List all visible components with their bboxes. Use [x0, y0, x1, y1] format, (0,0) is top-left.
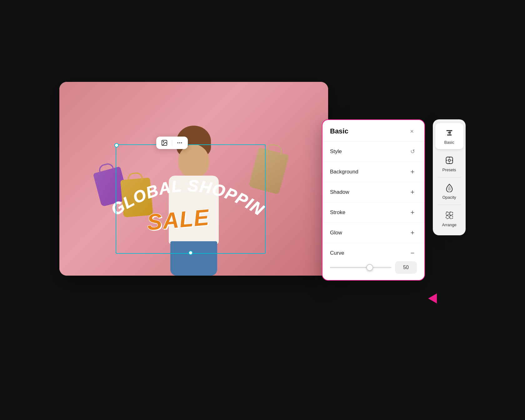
- scene: GLOBAL SHOPPIN SALE ↻: [59, 69, 466, 351]
- panel-header: Basic ×: [322, 120, 424, 142]
- svg-point-5: [181, 142, 182, 143]
- sidebar-item-opacity[interactable]: Opacity: [435, 178, 463, 204]
- svg-point-2: [163, 141, 164, 142]
- sidebar-divider-1: [438, 150, 461, 150]
- basic-panel: Basic × Style ↺ Background + Shadow: [322, 119, 425, 281]
- arrange-label: Arrange: [442, 222, 456, 227]
- svg-rect-9: [446, 212, 449, 215]
- panel-row-style[interactable]: Style ↺: [322, 142, 424, 162]
- basic-icon: T: [444, 128, 455, 138]
- panel-row-stroke[interactable]: Stroke +: [322, 202, 424, 223]
- more-options-icon[interactable]: [175, 138, 184, 147]
- curve-row-header: Curve −: [330, 249, 417, 258]
- background-label: Background: [330, 169, 358, 175]
- sidebar-divider-2: [438, 177, 461, 178]
- panel-body: Style ↺ Background + Shadow +: [322, 142, 424, 280]
- svg-point-4: [179, 142, 180, 143]
- sidebar-item-arrange[interactable]: Arrange: [435, 206, 463, 232]
- panel-row-curve: Curve − 50: [322, 243, 424, 280]
- curve-minus-icon[interactable]: −: [408, 249, 417, 258]
- slider-track[interactable]: [330, 267, 391, 268]
- panel-row-shadow[interactable]: Shadow +: [322, 182, 424, 202]
- curve-value-display: 50: [395, 261, 417, 274]
- basic-label: Basic: [444, 140, 454, 145]
- toolbar-divider: [172, 140, 172, 146]
- canvas-card: GLOBAL SHOPPIN SALE ↻: [59, 82, 328, 276]
- svg-rect-10: [450, 212, 452, 215]
- presets-icon: [444, 155, 455, 166]
- stroke-add-icon[interactable]: +: [408, 208, 417, 217]
- opacity-icon: [444, 182, 455, 193]
- canvas-background: GLOBAL SHOPPIN SALE ↻: [59, 82, 328, 276]
- opacity-label: Opacity: [442, 195, 456, 200]
- svg-point-3: [178, 142, 178, 143]
- right-sidebar: T Basic Presets: [433, 119, 466, 235]
- element-toolbar: [156, 137, 188, 149]
- slider-thumb[interactable]: [366, 264, 373, 271]
- shadow-add-icon[interactable]: +: [408, 188, 417, 197]
- image-icon[interactable]: [160, 138, 169, 147]
- sidebar-item-presets[interactable]: Presets: [435, 151, 463, 177]
- cursor-arrow-shape: [428, 291, 441, 303]
- close-button[interactable]: ×: [407, 126, 417, 136]
- style-reset-icon[interactable]: ↺: [408, 147, 417, 156]
- shadow-label: Shadow: [330, 189, 349, 195]
- glow-label: Glow: [330, 230, 342, 236]
- stroke-label: Stroke: [330, 209, 345, 216]
- panel-row-background[interactable]: Background +: [322, 162, 424, 182]
- curve-slider-container: 50: [330, 261, 417, 274]
- svg-rect-12: [450, 216, 452, 218]
- sidebar-divider-3: [438, 205, 461, 205]
- background-add-icon[interactable]: +: [408, 168, 417, 176]
- svg-text:T: T: [448, 131, 451, 135]
- text-selection-box: ↻: [116, 144, 266, 254]
- style-label: Style: [330, 148, 342, 155]
- sidebar-item-basic[interactable]: T Basic: [435, 123, 463, 149]
- presets-label: Presets: [442, 168, 456, 172]
- svg-point-8: [448, 159, 450, 162]
- glow-add-icon[interactable]: +: [408, 228, 417, 237]
- slider-fill: [330, 267, 370, 268]
- arrange-icon: [444, 210, 455, 221]
- panel-row-glow[interactable]: Glow +: [322, 223, 424, 243]
- curve-label: Curve: [330, 250, 344, 256]
- svg-rect-11: [446, 216, 449, 218]
- panel-title: Basic: [330, 127, 348, 135]
